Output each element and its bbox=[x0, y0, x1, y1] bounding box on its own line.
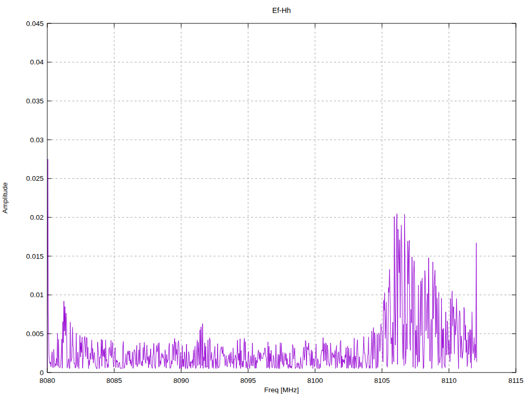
gnuplot-canvas: 8080808580908095810081058110811500.0050.… bbox=[0, 0, 532, 399]
y-tick-label: 0.01 bbox=[30, 291, 44, 299]
y-tick-label: 0.005 bbox=[26, 330, 44, 338]
spectrum-line bbox=[47, 159, 477, 368]
y-tick-label: 0.04 bbox=[30, 58, 44, 66]
plot-area: 8080808580908095810081058110811500.0050.… bbox=[0, 0, 532, 399]
y-tick-label: 0.02 bbox=[30, 214, 44, 221]
y-axis-title: Amplitude bbox=[1, 182, 9, 214]
y-tick-label: 0.035 bbox=[26, 97, 44, 105]
x-axis-title: Freq [MHz] bbox=[264, 386, 299, 394]
x-tick-label: 8080 bbox=[39, 377, 55, 384]
y-tick-label: 0 bbox=[39, 369, 44, 377]
y-tick-label: 0.025 bbox=[26, 175, 44, 182]
x-tick-label: 8100 bbox=[307, 377, 323, 384]
x-tick-label: 8085 bbox=[107, 377, 122, 384]
x-tick-label: 8110 bbox=[442, 377, 457, 384]
chart-title: Ef-Hh bbox=[272, 6, 291, 15]
y-tick-label: 0.03 bbox=[30, 136, 44, 144]
y-tick-label: 0.015 bbox=[26, 252, 44, 260]
x-tick-label: 8105 bbox=[374, 377, 390, 384]
x-tick-label: 8095 bbox=[241, 377, 256, 384]
x-tick-label: 8090 bbox=[174, 377, 189, 384]
x-tick-label: 8115 bbox=[508, 377, 523, 384]
chart-layer: 8080808580908095810081058110811500.0050.… bbox=[26, 20, 523, 385]
y-tick-label: 0.045 bbox=[26, 20, 44, 28]
